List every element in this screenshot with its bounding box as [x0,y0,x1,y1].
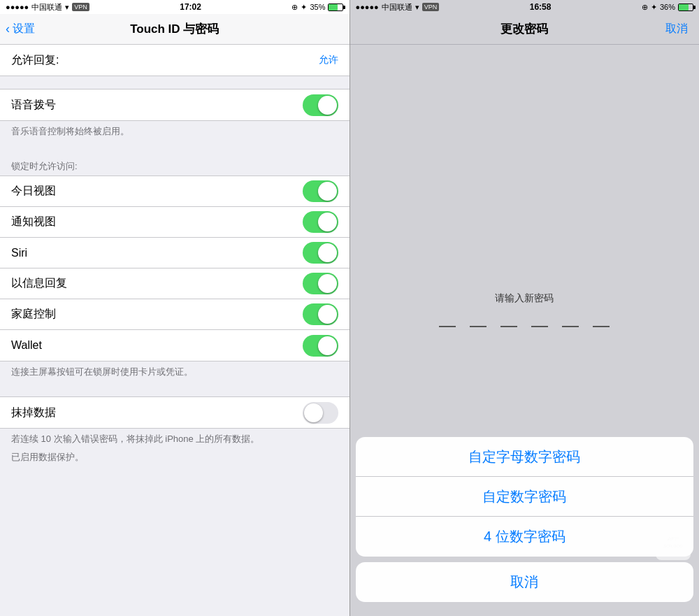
right-nav-title: 更改密码 [500,21,548,37]
dash-5 [562,326,579,327]
action-sheet: 自定字母数字密码 自定数字密码 4 位数字密码 取消 [350,431,700,616]
erase-note1: 若连续 10 次输入错误密码，将抹掉此 iPhone 上的所有数据。 [0,429,350,451]
option-4digit[interactable]: 4 位数字密码 [356,517,694,557]
right-time: 16:58 [530,2,552,12]
gap2 [0,143,350,156]
action-sheet-cancel-label: 取消 [510,573,538,592]
siri-label: Siri [11,247,27,259]
option-4digit-label: 4 位数字密码 [484,527,565,546]
location-icon: ⊕ [291,3,298,12]
voice-note: 音乐语音控制将始终被启用。 [0,121,350,143]
left-time: 17:02 [180,2,201,12]
gap1 [0,76,350,89]
dash-2 [470,326,487,327]
right-signal-dots: ●●●●● [356,3,379,11]
reply-label: 以信息回复 [11,276,67,291]
partial-label: 允许回复: [11,53,59,68]
wallet-toggle[interactable] [303,335,338,357]
partial-row: 允许回复: 允许 [0,45,350,76]
notification-view-row[interactable]: 通知视图 [0,207,350,238]
right-bluetooth-icon: ✦ [651,3,657,12]
option-custom-numeric[interactable]: 自定数字密码 [356,477,694,517]
right-right-status: ⊕ ✦ 36% [642,3,693,12]
option-alphanumeric[interactable]: 自定字母数字密码 [356,437,694,477]
siri-toggle[interactable] [303,242,338,264]
signal-dots: ●●●●● [6,3,29,11]
erase-data-label: 抹掉数据 [11,406,56,420]
reply-toggle[interactable] [303,273,338,294]
action-sheet-options-group: 自定字母数字密码 自定数字密码 4 位数字密码 [356,437,694,557]
left-panel: ●●●●● 中国联通 ▾ VPN 17:02 ⊕ ✦ 35% ‹ 设置 Touc… [0,0,350,616]
partial-value: 允许 [319,54,338,66]
battery-icon [328,3,343,11]
wallet-note: 连接主屏幕按钮可在锁屏时使用卡片或凭证。 [0,361,350,384]
wifi-icon: ▾ [65,3,69,12]
dash-1 [439,326,456,327]
option-alphanumeric-label: 自定字母数字密码 [468,447,580,466]
wallet-row[interactable]: Wallet [0,330,350,361]
erase-group: 抹掉数据 [0,396,350,429]
dash-6 [593,326,610,327]
left-right-status: ⊕ ✦ 35% [291,3,343,12]
action-sheet-cancel-button[interactable]: 取消 [356,562,694,602]
vpn-badge: VPN [72,3,89,11]
right-battery-level: 36% [660,3,675,11]
notification-view-label: 通知视图 [11,215,56,229]
back-label: 设置 [13,22,35,36]
lock-access-group: 今日视图 通知视图 Siri 以信息回复 家庭控制 Wallet [0,176,350,361]
right-location-icon: ⊕ [642,3,648,12]
erase-data-row[interactable]: 抹掉数据 [0,397,350,428]
voice-dial-toggle[interactable] [303,94,338,116]
left-nav-title: Touch ID 与密码 [130,21,219,37]
today-view-label: 今日视图 [11,184,56,199]
gap3 [0,384,350,396]
carrier-name: 中国联通 [31,2,62,13]
notification-view-toggle[interactable] [303,211,338,233]
lock-access-header: 锁定时允许访问: [0,156,350,176]
today-view-row[interactable]: 今日视图 [0,176,350,207]
password-prompt: 请输入新密码 [495,292,554,305]
left-status-bar: ●●●●● 中国联通 ▾ VPN 17:02 ⊕ ✦ 35% [0,0,350,14]
right-status-bar: ●●●●● 中国联通 ▾ VPN 16:58 ⊕ ✦ 36% [350,0,700,14]
right-carrier: ●●●●● 中国联通 ▾ VPN [356,2,440,13]
option-custom-numeric-label: 自定数字密码 [482,487,566,506]
wallet-label: Wallet [11,339,42,352]
reply-row[interactable]: 以信息回复 [0,268,350,299]
erase-note2: 已启用数据保护。 [0,451,350,469]
right-wifi-icon: ▾ [415,3,419,12]
password-dots [439,326,610,327]
left-scroll-content: 允许回复: 允许 语音拨号 音乐语音控制将始终被启用。 锁定时允许访问: 今日视… [0,45,350,616]
right-nav-bar: 更改密码 取消 [350,14,700,45]
home-control-toggle[interactable] [303,303,338,325]
today-view-toggle[interactable] [303,180,338,202]
dash-4 [531,326,548,327]
back-button[interactable]: ‹ 设置 [6,22,35,36]
left-nav-bar: ‹ 设置 Touch ID 与密码 [0,14,350,45]
voice-group: 语音拨号 [0,89,350,121]
erase-data-toggle[interactable] [303,402,338,424]
battery-level: 35% [310,3,325,11]
back-chevron-icon: ‹ [6,22,10,36]
siri-row[interactable]: Siri [0,238,350,268]
cancel-button[interactable]: 取消 [665,22,688,36]
home-control-label: 家庭控制 [11,307,56,322]
left-carrier: ●●●●● 中国联通 ▾ VPN [6,2,89,13]
right-vpn-badge: VPN [422,3,440,11]
home-control-row[interactable]: 家庭控制 [0,299,350,330]
voice-dial-label: 语音拨号 [11,98,56,113]
bluetooth-icon: ✦ [301,3,307,12]
right-carrier-name: 中国联通 [382,2,412,13]
voice-dial-row[interactable]: 语音拨号 [0,89,350,120]
dash-3 [500,326,517,327]
right-battery-icon [678,3,693,11]
right-panel: ●●●●● 中国联通 ▾ VPN 16:58 ⊕ ✦ 36% 更改密码 取消 请… [350,0,700,616]
